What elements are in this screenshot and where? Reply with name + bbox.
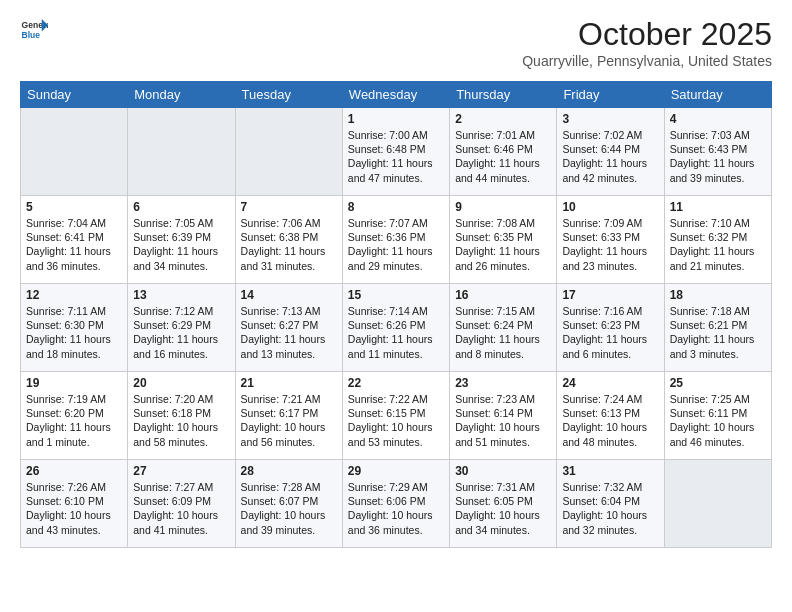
calendar-cell: 5Sunrise: 7:04 AMSunset: 6:41 PMDaylight…	[21, 196, 128, 284]
day-number: 22	[348, 376, 444, 390]
page-header: General Blue October 2025 Quarryville, P…	[20, 16, 772, 69]
cell-content: Sunrise: 7:20 AMSunset: 6:18 PMDaylight:…	[133, 392, 229, 449]
calendar-cell: 8Sunrise: 7:07 AMSunset: 6:36 PMDaylight…	[342, 196, 449, 284]
calendar-cell: 3Sunrise: 7:02 AMSunset: 6:44 PMDaylight…	[557, 108, 664, 196]
cell-content: Sunrise: 7:14 AMSunset: 6:26 PMDaylight:…	[348, 304, 444, 361]
calendar-cell: 23Sunrise: 7:23 AMSunset: 6:14 PMDayligh…	[450, 372, 557, 460]
calendar-cell	[235, 108, 342, 196]
calendar-cell: 19Sunrise: 7:19 AMSunset: 6:20 PMDayligh…	[21, 372, 128, 460]
cell-content: Sunrise: 7:13 AMSunset: 6:27 PMDaylight:…	[241, 304, 337, 361]
calendar-table: SundayMondayTuesdayWednesdayThursdayFrid…	[20, 81, 772, 548]
calendar-cell: 25Sunrise: 7:25 AMSunset: 6:11 PMDayligh…	[664, 372, 771, 460]
calendar-cell: 30Sunrise: 7:31 AMSunset: 6:05 PMDayligh…	[450, 460, 557, 548]
calendar-cell: 20Sunrise: 7:20 AMSunset: 6:18 PMDayligh…	[128, 372, 235, 460]
calendar-cell: 22Sunrise: 7:22 AMSunset: 6:15 PMDayligh…	[342, 372, 449, 460]
calendar-week-3: 12Sunrise: 7:11 AMSunset: 6:30 PMDayligh…	[21, 284, 772, 372]
day-header-thursday: Thursday	[450, 82, 557, 108]
calendar-cell: 16Sunrise: 7:15 AMSunset: 6:24 PMDayligh…	[450, 284, 557, 372]
day-number: 4	[670, 112, 766, 126]
cell-content: Sunrise: 7:01 AMSunset: 6:46 PMDaylight:…	[455, 128, 551, 185]
calendar-cell: 11Sunrise: 7:10 AMSunset: 6:32 PMDayligh…	[664, 196, 771, 284]
cell-content: Sunrise: 7:07 AMSunset: 6:36 PMDaylight:…	[348, 216, 444, 273]
day-number: 3	[562, 112, 658, 126]
cell-content: Sunrise: 7:00 AMSunset: 6:48 PMDaylight:…	[348, 128, 444, 185]
calendar-cell: 12Sunrise: 7:11 AMSunset: 6:30 PMDayligh…	[21, 284, 128, 372]
calendar-cell: 31Sunrise: 7:32 AMSunset: 6:04 PMDayligh…	[557, 460, 664, 548]
calendar-cell: 1Sunrise: 7:00 AMSunset: 6:48 PMDaylight…	[342, 108, 449, 196]
cell-content: Sunrise: 7:32 AMSunset: 6:04 PMDaylight:…	[562, 480, 658, 537]
day-number: 26	[26, 464, 122, 478]
day-number: 11	[670, 200, 766, 214]
calendar-cell: 21Sunrise: 7:21 AMSunset: 6:17 PMDayligh…	[235, 372, 342, 460]
day-number: 21	[241, 376, 337, 390]
cell-content: Sunrise: 7:22 AMSunset: 6:15 PMDaylight:…	[348, 392, 444, 449]
cell-content: Sunrise: 7:09 AMSunset: 6:33 PMDaylight:…	[562, 216, 658, 273]
cell-content: Sunrise: 7:10 AMSunset: 6:32 PMDaylight:…	[670, 216, 766, 273]
day-header-wednesday: Wednesday	[342, 82, 449, 108]
calendar-body: 1Sunrise: 7:00 AMSunset: 6:48 PMDaylight…	[21, 108, 772, 548]
calendar-title: October 2025	[522, 16, 772, 53]
day-header-tuesday: Tuesday	[235, 82, 342, 108]
cell-content: Sunrise: 7:23 AMSunset: 6:14 PMDaylight:…	[455, 392, 551, 449]
calendar-cell: 4Sunrise: 7:03 AMSunset: 6:43 PMDaylight…	[664, 108, 771, 196]
day-header-row: SundayMondayTuesdayWednesdayThursdayFrid…	[21, 82, 772, 108]
svg-text:Blue: Blue	[22, 30, 41, 40]
day-number: 27	[133, 464, 229, 478]
calendar-week-1: 1Sunrise: 7:00 AMSunset: 6:48 PMDaylight…	[21, 108, 772, 196]
day-number: 23	[455, 376, 551, 390]
cell-content: Sunrise: 7:21 AMSunset: 6:17 PMDaylight:…	[241, 392, 337, 449]
calendar-cell	[21, 108, 128, 196]
cell-content: Sunrise: 7:12 AMSunset: 6:29 PMDaylight:…	[133, 304, 229, 361]
cell-content: Sunrise: 7:19 AMSunset: 6:20 PMDaylight:…	[26, 392, 122, 449]
calendar-cell: 17Sunrise: 7:16 AMSunset: 6:23 PMDayligh…	[557, 284, 664, 372]
day-number: 24	[562, 376, 658, 390]
cell-content: Sunrise: 7:24 AMSunset: 6:13 PMDaylight:…	[562, 392, 658, 449]
calendar-cell: 14Sunrise: 7:13 AMSunset: 6:27 PMDayligh…	[235, 284, 342, 372]
cell-content: Sunrise: 7:06 AMSunset: 6:38 PMDaylight:…	[241, 216, 337, 273]
calendar-cell: 10Sunrise: 7:09 AMSunset: 6:33 PMDayligh…	[557, 196, 664, 284]
cell-content: Sunrise: 7:31 AMSunset: 6:05 PMDaylight:…	[455, 480, 551, 537]
cell-content: Sunrise: 7:29 AMSunset: 6:06 PMDaylight:…	[348, 480, 444, 537]
calendar-cell: 29Sunrise: 7:29 AMSunset: 6:06 PMDayligh…	[342, 460, 449, 548]
cell-content: Sunrise: 7:18 AMSunset: 6:21 PMDaylight:…	[670, 304, 766, 361]
logo: General Blue	[20, 16, 48, 44]
day-number: 15	[348, 288, 444, 302]
cell-content: Sunrise: 7:03 AMSunset: 6:43 PMDaylight:…	[670, 128, 766, 185]
calendar-cell	[128, 108, 235, 196]
cell-content: Sunrise: 7:02 AMSunset: 6:44 PMDaylight:…	[562, 128, 658, 185]
calendar-cell: 18Sunrise: 7:18 AMSunset: 6:21 PMDayligh…	[664, 284, 771, 372]
day-number: 30	[455, 464, 551, 478]
calendar-cell	[664, 460, 771, 548]
cell-content: Sunrise: 7:08 AMSunset: 6:35 PMDaylight:…	[455, 216, 551, 273]
day-number: 19	[26, 376, 122, 390]
day-number: 20	[133, 376, 229, 390]
cell-content: Sunrise: 7:04 AMSunset: 6:41 PMDaylight:…	[26, 216, 122, 273]
calendar-cell: 7Sunrise: 7:06 AMSunset: 6:38 PMDaylight…	[235, 196, 342, 284]
day-number: 17	[562, 288, 658, 302]
day-header-monday: Monday	[128, 82, 235, 108]
cell-content: Sunrise: 7:27 AMSunset: 6:09 PMDaylight:…	[133, 480, 229, 537]
calendar-cell: 28Sunrise: 7:28 AMSunset: 6:07 PMDayligh…	[235, 460, 342, 548]
calendar-cell: 6Sunrise: 7:05 AMSunset: 6:39 PMDaylight…	[128, 196, 235, 284]
day-number: 2	[455, 112, 551, 126]
day-number: 14	[241, 288, 337, 302]
calendar-week-5: 26Sunrise: 7:26 AMSunset: 6:10 PMDayligh…	[21, 460, 772, 548]
day-header-saturday: Saturday	[664, 82, 771, 108]
calendar-cell: 26Sunrise: 7:26 AMSunset: 6:10 PMDayligh…	[21, 460, 128, 548]
day-number: 6	[133, 200, 229, 214]
day-number: 10	[562, 200, 658, 214]
logo-icon: General Blue	[20, 16, 48, 44]
day-number: 7	[241, 200, 337, 214]
calendar-cell: 27Sunrise: 7:27 AMSunset: 6:09 PMDayligh…	[128, 460, 235, 548]
day-header-sunday: Sunday	[21, 82, 128, 108]
cell-content: Sunrise: 7:16 AMSunset: 6:23 PMDaylight:…	[562, 304, 658, 361]
cell-content: Sunrise: 7:26 AMSunset: 6:10 PMDaylight:…	[26, 480, 122, 537]
day-number: 12	[26, 288, 122, 302]
calendar-week-4: 19Sunrise: 7:19 AMSunset: 6:20 PMDayligh…	[21, 372, 772, 460]
calendar-cell: 15Sunrise: 7:14 AMSunset: 6:26 PMDayligh…	[342, 284, 449, 372]
calendar-cell: 2Sunrise: 7:01 AMSunset: 6:46 PMDaylight…	[450, 108, 557, 196]
day-number: 29	[348, 464, 444, 478]
day-number: 9	[455, 200, 551, 214]
cell-content: Sunrise: 7:11 AMSunset: 6:30 PMDaylight:…	[26, 304, 122, 361]
day-number: 8	[348, 200, 444, 214]
